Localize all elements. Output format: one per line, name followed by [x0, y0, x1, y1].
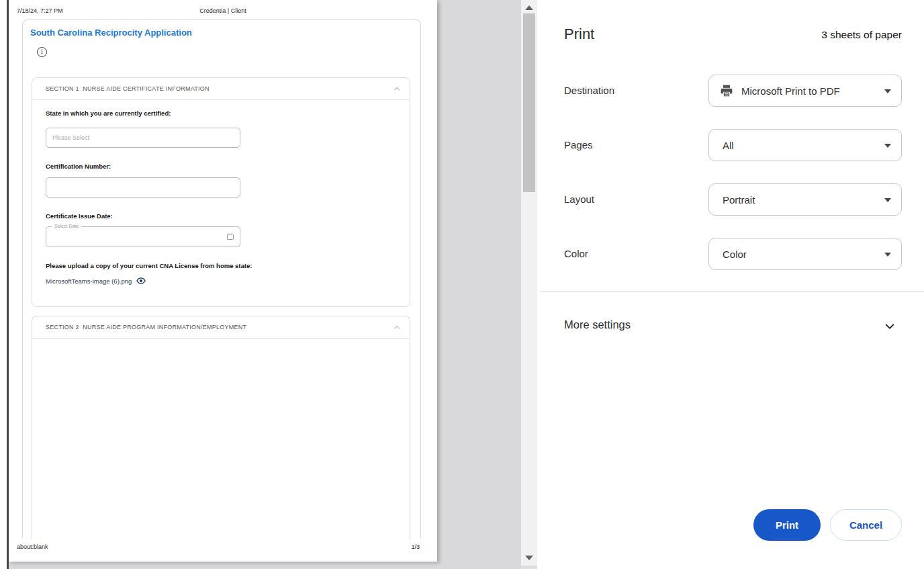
section-2-card: SECTION 2 NURSE AIDE PROGRAM INFORMATION… — [32, 316, 410, 539]
view-file-eye-icon — [136, 276, 146, 286]
issue-date-input: Select Date — [46, 226, 240, 247]
layout-dropdown[interactable]: Portrait — [708, 183, 902, 216]
destination-dropdown[interactable]: Microsoft Print to PDF — [708, 75, 902, 107]
layout-label: Layout — [564, 183, 594, 216]
dropdown-caret-icon — [884, 253, 891, 257]
state-label: State in which you are currently certifi… — [46, 110, 171, 117]
sheet-count: 3 sheets of paper — [821, 29, 902, 41]
issue-date-label: Certificate Issue Date: — [46, 212, 113, 220]
state-select: Please Select — [46, 128, 240, 148]
preview-page: 7/18/24, 7:27 PM Credentia | Client Sout… — [9, 0, 437, 562]
issue-date-floating-label: Select Date — [52, 224, 81, 228]
section-2-title: SECTION 2 NURSE AIDE PROGRAM INFORMATION… — [46, 324, 246, 331]
chevron-up-icon — [392, 322, 402, 332]
pages-dropdown[interactable]: All — [708, 129, 902, 161]
cancel-button[interactable]: Cancel — [830, 509, 902, 541]
printer-icon — [720, 84, 733, 97]
chevron-up-icon — [392, 84, 402, 93]
pages-label: Pages — [564, 129, 593, 161]
application-title: South Carolina Reciprocity Application — [30, 28, 192, 38]
dropdown-caret-icon — [884, 144, 891, 148]
section-1-header: SECTION 1 NURSE AIDE CERTIFICATE INFORMA… — [32, 78, 410, 100]
destination-value: Microsoft Print to PDF — [741, 85, 840, 97]
chevron-down-icon[interactable] — [884, 320, 896, 333]
print-footer-url: about:blank — [17, 543, 48, 550]
settings-divider — [539, 291, 924, 292]
calendar-icon — [226, 232, 234, 240]
print-dialog-title: Print — [564, 26, 594, 43]
color-value: Color — [723, 249, 747, 260]
scroll-down-arrow-icon[interactable] — [525, 556, 533, 560]
color-dropdown[interactable]: Color — [708, 238, 902, 270]
info-icon — [37, 47, 47, 57]
left-margin — [0, 0, 7, 569]
certification-number-label: Certification Number: — [46, 163, 111, 170]
print-preview-pane: 7/18/24, 7:27 PM Credentia | Client Sout… — [0, 0, 521, 569]
dropdown-caret-icon — [884, 198, 891, 202]
uploaded-file-row: MicrosoftTeams-image (6).png — [46, 276, 146, 286]
dropdown-caret-icon — [884, 89, 891, 93]
preview-vertical-scrollbar[interactable] — [521, 0, 537, 569]
uploaded-file-name: MicrosoftTeams-image (6).png — [46, 277, 132, 285]
certification-number-input — [46, 177, 240, 198]
vertical-scrollbar-thumb[interactable] — [523, 13, 535, 192]
print-button[interactable]: Print — [753, 509, 821, 541]
section-1-title: SECTION 1 NURSE AIDE CERTIFICATE INFORMA… — [46, 85, 210, 92]
print-dialog: Print 3 sheets of paper Destination Micr… — [537, 0, 924, 569]
layout-value: Portrait — [723, 194, 755, 206]
section-2-header: SECTION 2 NURSE AIDE PROGRAM INFORMATION… — [32, 316, 410, 339]
color-label: Color — [564, 238, 588, 270]
state-select-placeholder: Please Select — [52, 134, 89, 141]
scroll-up-arrow-icon[interactable] — [525, 5, 533, 10]
upload-label: Please upload a copy of your current CNA… — [46, 262, 252, 269]
more-settings-toggle[interactable]: More settings — [564, 318, 631, 331]
print-footer-page-number: 1/3 — [411, 543, 420, 550]
pages-value: All — [723, 140, 734, 151]
destination-label: Destination — [564, 75, 614, 107]
print-header-doc-title: Credentia | Client — [9, 7, 437, 14]
section-1-card: SECTION 1 NURSE AIDE CERTIFICATE INFORMA… — [32, 77, 410, 307]
